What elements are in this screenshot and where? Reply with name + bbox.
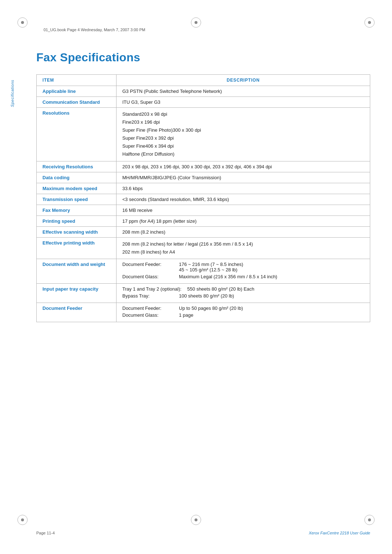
- desc-line: Super Fine (Fine Photo)300 x 300 dpi: [122, 126, 364, 134]
- footer-product-name: Xerox FaxCentre 2218 User Guide: [309, 531, 370, 535]
- row-item-label: Effective printing width: [37, 237, 117, 259]
- row-item-label: Fax Memory: [37, 205, 117, 216]
- row-item-label: Input paper tray capacity: [37, 283, 117, 303]
- table-row: Effective printing width208 mm (8.2 inch…: [37, 237, 370, 259]
- desc-line: Super Fine203 x 392 dpi: [122, 134, 364, 142]
- reg-mark-bl: [17, 515, 28, 525]
- table-row: Printing speed17 ppm (for A4) 18 ppm (le…: [37, 216, 370, 226]
- row-item-label: Printing speed: [37, 216, 117, 226]
- desc-line: Standard203 x 98 dpi: [122, 110, 364, 118]
- row-item-label: Data coding: [37, 172, 117, 183]
- row-item-label: Maximum modem speed: [37, 183, 117, 194]
- desc-sub-value: 100 sheets 80 g/m² (20 lb): [179, 293, 364, 299]
- row-item-label: Applicable line: [37, 86, 117, 97]
- desc-line: 202 mm (8 inches) for A4: [122, 248, 364, 256]
- desc-sub-row: Document Feeder:176 ~ 216 mm (7 ~ 8.5 in…: [122, 262, 364, 272]
- row-desc: 33.6 kbps: [117, 183, 370, 194]
- desc-line: Super Fine406 x 394 dpi: [122, 142, 364, 150]
- table-row: Document FeederDocument Feeder:Up to 50 …: [37, 303, 370, 322]
- desc-sub-label: Document Glass:: [122, 274, 173, 279]
- desc-sub-label: Document Feeder:: [122, 305, 173, 311]
- row-desc: 203 x 98 dpi, 203 x 196 dpi, 300 x 300 d…: [117, 161, 370, 172]
- table-row: Applicable lineG3 PSTN (Public Switched …: [37, 86, 370, 97]
- desc-sub-row: Document Glass:Maximum Legal (216 x 356 …: [122, 274, 364, 279]
- row-desc: 208 mm (8.2 inches) for letter / legal (…: [117, 237, 370, 259]
- col-header-item: ITEM: [37, 75, 117, 86]
- table-row: Receiving Resolutions203 x 98 dpi, 203 x…: [37, 161, 370, 172]
- desc-sub-value: Maximum Legal (216 x 356 mm / 8.5 x 14 i…: [179, 274, 364, 279]
- desc-sub-value: Up to 50 pages 80 g/m² (20 lb): [179, 305, 364, 311]
- sub-value-line: Up to 50 pages 80 g/m² (20 lb): [179, 305, 364, 311]
- desc-line: 208 mm (8.2 inches) for letter / legal (…: [122, 240, 364, 248]
- desc-sub-row: Document Feeder:Up to 50 pages 80 g/m² (…: [122, 305, 364, 311]
- row-desc: Tray 1 and Tray 2 (optional):550 sheets …: [117, 283, 370, 303]
- page-container: 01_UG.book Page 4 Wednesday, March 7, 20…: [0, 0, 392, 554]
- sub-value-line: Maximum Legal (216 x 356 mm / 8.5 x 14 i…: [179, 274, 364, 279]
- row-item-label: Effective scanning width: [37, 226, 117, 237]
- desc-sub-value: 176 ~ 216 mm (7 ~ 8.5 inches)45 ~ 105 g/…: [179, 262, 364, 272]
- table-row: Input paper tray capacityTray 1 and Tray…: [37, 283, 370, 303]
- footer-page-number: Page 11-4: [36, 531, 55, 535]
- spec-table: ITEM DESCRIPTION Applicable lineG3 PSTN …: [36, 74, 370, 322]
- row-desc: Standard203 x 98 dpiFine203 x 196 dpiSup…: [117, 108, 370, 161]
- row-item-label: Transmission speed: [37, 194, 117, 205]
- desc-line: Halftone (Error Diffusion): [122, 150, 364, 158]
- table-row: Communication StandardITU G3, Super G3: [37, 97, 370, 108]
- row-item-label: Document width and weight: [37, 259, 117, 283]
- row-desc: 208 mm (8.2 inches): [117, 226, 370, 237]
- page-footer: Page 11-4 Xerox FaxCentre 2218 User Guid…: [36, 531, 370, 535]
- row-desc: G3 PSTN (Public Switched Telephone Netwo…: [117, 86, 370, 97]
- desc-sub-value: 550 sheets 80 g/m² (20 lb) Each: [187, 286, 364, 292]
- side-label: Specifications: [10, 80, 15, 107]
- desc-sub-row: Document Glass:1 page: [122, 312, 364, 318]
- reg-mark-tm: [191, 17, 201, 28]
- desc-sub-label: Document Feeder:: [122, 262, 173, 272]
- file-info: 01_UG.book Page 4 Wednesday, March 7, 20…: [44, 28, 145, 32]
- table-row: Fax Memory16 MB receive: [37, 205, 370, 216]
- reg-mark-tr: [364, 17, 375, 28]
- reg-mark-bm: [191, 515, 201, 525]
- row-item-label: Document Feeder: [37, 303, 117, 322]
- row-desc: MH/MR/MMR/JBIG/JPEG (Color Transmission): [117, 172, 370, 183]
- desc-sub-label: Document Glass:: [122, 312, 173, 318]
- table-row: Transmission speed<3 seconds (Standard r…: [37, 194, 370, 205]
- page-title: Fax Specifications: [36, 51, 370, 64]
- col-header-desc: DESCRIPTION: [117, 75, 370, 86]
- desc-sub-row: Tray 1 and Tray 2 (optional):550 sheets …: [122, 286, 364, 292]
- row-item-label: Resolutions: [37, 108, 117, 161]
- reg-mark-tl: [17, 17, 28, 28]
- desc-sub-value: 1 page: [179, 312, 364, 318]
- row-desc: <3 seconds (Standard resolution, MMR, 33…: [117, 194, 370, 205]
- row-item-label: Receiving Resolutions: [37, 161, 117, 172]
- table-row: Data codingMH/MR/MMR/JBIG/JPEG (Color Tr…: [37, 172, 370, 183]
- main-content: Fax Specifications ITEM DESCRIPTION Appl…: [36, 40, 370, 322]
- sub-value-line: 550 sheets 80 g/m² (20 lb) Each: [187, 286, 364, 292]
- row-desc: Document Feeder:Up to 50 pages 80 g/m² (…: [117, 303, 370, 322]
- row-desc: 17 ppm (for A4) 18 ppm (letter size): [117, 216, 370, 226]
- desc-sub-label: Bypass Tray:: [122, 293, 173, 299]
- table-row: Maximum modem speed33.6 kbps: [37, 183, 370, 194]
- row-desc: 16 MB receive: [117, 205, 370, 216]
- sub-value-line: 100 sheets 80 g/m² (20 lb): [179, 293, 364, 299]
- sub-value-line: 45 ~ 105 g/m² (12.5 ~ 28 lb): [179, 267, 364, 272]
- table-row: ResolutionsStandard203 x 98 dpiFine203 x…: [37, 108, 370, 161]
- row-item-label: Communication Standard: [37, 97, 117, 108]
- sub-value-line: 176 ~ 216 mm (7 ~ 8.5 inches): [179, 262, 364, 267]
- row-desc: Document Feeder:176 ~ 216 mm (7 ~ 8.5 in…: [117, 259, 370, 283]
- row-desc: ITU G3, Super G3: [117, 97, 370, 108]
- sub-value-line: 1 page: [179, 312, 364, 318]
- table-row: Document width and weightDocument Feeder…: [37, 259, 370, 283]
- desc-sub-row: Bypass Tray:100 sheets 80 g/m² (20 lb): [122, 293, 364, 299]
- desc-line: Fine203 x 196 dpi: [122, 118, 364, 126]
- desc-sub-label: Tray 1 and Tray 2 (optional):: [122, 286, 181, 292]
- reg-mark-br: [364, 515, 375, 525]
- table-row: Effective scanning width208 mm (8.2 inch…: [37, 226, 370, 237]
